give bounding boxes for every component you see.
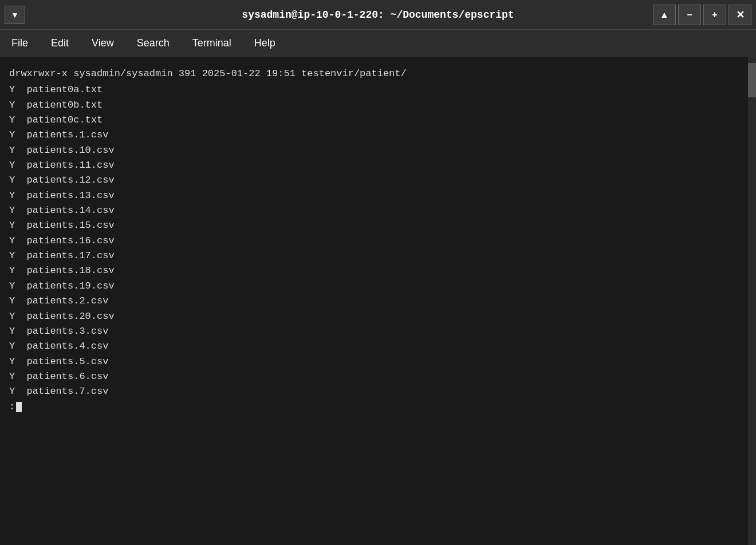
list-item: Y patients.19.csv	[9, 279, 747, 294]
title-bar-left: ▼	[5, 6, 25, 24]
close-button[interactable]: ✕	[729, 5, 751, 25]
list-item: Y patients.1.csv	[9, 128, 747, 143]
scrollbar[interactable]	[748, 57, 756, 545]
file-list: Y patient0a.txtY patient0b.txtY patient0…	[9, 82, 747, 399]
maximize-button[interactable]: +	[703, 5, 726, 25]
list-item: Y patients.12.csv	[9, 173, 747, 188]
list-item: Y patients.16.csv	[9, 234, 747, 248]
list-item: Y patients.4.csv	[9, 339, 747, 354]
list-item: Y patients.5.csv	[9, 354, 747, 369]
menu-item-terminal[interactable]: Terminal	[188, 35, 236, 52]
list-item: Y patient0a.txt	[9, 82, 747, 97]
terminal-content[interactable]: drwxrwxr-x sysadmin/sysadmin 391 2025-01…	[0, 57, 756, 545]
menu-item-search[interactable]: Search	[132, 35, 174, 52]
prompt-symbol: :	[9, 400, 15, 414]
list-item: Y patients.14.csv	[9, 203, 747, 218]
list-item: Y patients.7.csv	[9, 384, 747, 399]
list-item: Y patients.2.csv	[9, 294, 747, 309]
menu-item-view[interactable]: View	[87, 35, 119, 52]
list-item: Y patients.10.csv	[9, 143, 747, 158]
prompt-line: :	[9, 400, 747, 414]
list-item: Y patients.11.csv	[9, 158, 747, 173]
list-item: Y patients.18.csv	[9, 263, 747, 278]
list-item: Y patient0c.txt	[9, 113, 747, 128]
scroll-up-button[interactable]: ▲	[653, 5, 676, 25]
title-bar: ▼ sysadmin@ip-10-0-1-220: ~/Documents/ep…	[0, 0, 756, 30]
list-item: Y patients.3.csv	[9, 324, 747, 339]
directory-header: drwxrwxr-x sysadmin/sysadmin 391 2025-01…	[9, 66, 747, 81]
list-item: Y patients.17.csv	[9, 248, 747, 263]
list-item: Y patients.20.csv	[9, 309, 747, 324]
menu-item-help[interactable]: Help	[250, 35, 280, 52]
menu-bar: File Edit View Search Terminal Help	[0, 30, 756, 57]
list-item: Y patient0b.txt	[9, 98, 747, 113]
menu-item-edit[interactable]: Edit	[46, 35, 73, 52]
list-item: Y patients.13.csv	[9, 188, 747, 203]
dropdown-button[interactable]: ▼	[5, 6, 25, 24]
title-bar-right: ▲ − + ✕	[653, 5, 751, 25]
minimize-button[interactable]: −	[678, 5, 701, 25]
list-item: Y patients.15.csv	[9, 218, 747, 233]
window-title: sysadmin@ip-10-0-1-220: ~/Documents/epsc…	[242, 9, 514, 21]
scrollbar-thumb[interactable]	[748, 63, 756, 97]
menu-item-file[interactable]: File	[7, 35, 33, 52]
cursor	[16, 402, 22, 412]
list-item: Y patients.6.csv	[9, 369, 747, 384]
terminal-window: ▼ sysadmin@ip-10-0-1-220: ~/Documents/ep…	[0, 0, 756, 545]
